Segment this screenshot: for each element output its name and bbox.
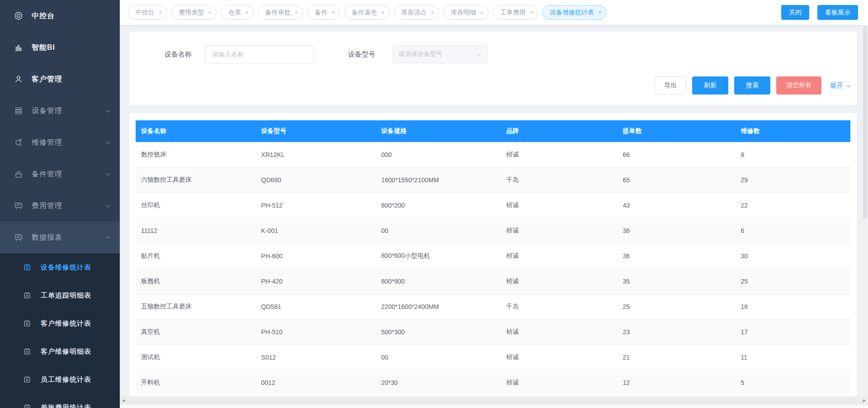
tab-console[interactable]: 中控台× — [128, 5, 167, 20]
cell-order-count: 43 — [618, 193, 736, 218]
cell-device-spec: 2200*1600*2400MM — [376, 294, 501, 319]
chevron-down-icon — [106, 203, 111, 208]
filter-panel: 设备名称 设备型号 请选择设备型号 导出 刷新 搜索 清空所有 展开 — [129, 32, 857, 105]
tab-label: 备件 — [315, 9, 327, 17]
tab-device-repair-stats[interactable]: 设备维修统计表× — [542, 5, 607, 20]
table-panel: 设备名称 设备型号 设备规格 品牌 提单数 维修数 数控铣床XR12KL000桢… — [129, 113, 857, 396]
clear-all-button[interactable]: 清空所有 — [776, 76, 821, 95]
tab-stock-check[interactable]: 库存清点× — [394, 5, 439, 20]
cell-device-name: 丝印机 — [136, 193, 256, 218]
vertical-scrollbar-thumb[interactable] — [863, 26, 867, 219]
sidebar-item-label: 备件管理 — [32, 170, 62, 179]
tab-stock-detail[interactable]: 库存明细× — [443, 5, 489, 20]
device-model-select[interactable]: 请选择设备型号 — [392, 45, 487, 63]
sidebar-item-repair[interactable]: 维修管理 — [0, 127, 120, 158]
notebook-icon — [23, 263, 32, 272]
device-model-label: 设备型号 — [347, 50, 375, 59]
search-button[interactable]: 搜索 — [734, 76, 770, 95]
scroll-left-icon[interactable]: ◂ — [122, 398, 125, 403]
cell-device-spec: 00 — [376, 218, 501, 243]
sidebar-item-label: 设备管理 — [32, 106, 62, 116]
board-display-button[interactable]: 看板展示 — [817, 5, 858, 20]
cell-repair-count: 22 — [735, 193, 850, 218]
cell-device-spec: 800*600小型电机 — [376, 243, 501, 269]
table-row: 11112K-00100桢诚386 — [136, 218, 850, 243]
topbar-actions: 关闭 看板展示 — [781, 5, 858, 20]
vertical-scrollbar[interactable] — [862, 25, 868, 396]
main-area: 中控台× 费用类型× 仓库× 备件审批× 备件× 备件返仓× 库存清点× 库存明… — [120, 0, 868, 408]
notebook-icon — [23, 347, 32, 356]
chevron-down-icon — [106, 108, 111, 113]
submenu-item-workorder-trace[interactable]: 工单追踪明细表 — [0, 281, 120, 309]
cell-device-model: PH-600 — [256, 243, 376, 269]
submenu-item-employee-repair-stats[interactable]: 员工维修统计表 — [0, 365, 120, 394]
cell-device-name: 11112 — [136, 218, 256, 243]
equipment-icon — [14, 106, 24, 116]
tab-spare-approval[interactable]: 备件审批× — [258, 5, 303, 20]
tab-close-icon[interactable]: × — [245, 9, 249, 15]
tab-warehouse[interactable]: 仓库× — [221, 5, 254, 20]
cell-order-count: 21 — [618, 345, 736, 370]
repair-icon — [14, 138, 24, 147]
tab-close-icon[interactable]: × — [208, 9, 212, 15]
sidebar-item-console[interactable]: 中控台 — [0, 0, 120, 32]
sidebar-item-label: 智能BI — [32, 43, 55, 52]
cell-order-count: 66 — [618, 142, 736, 167]
expand-toggle[interactable]: 展开 — [830, 81, 850, 90]
sidebar-item-spare-parts[interactable]: 备件管理 — [0, 158, 120, 190]
cell-order-count: 38 — [618, 218, 736, 243]
table-row: 六轴数控工具磨床QD6801600*1550*2100MM千岛6529 — [136, 167, 850, 193]
refresh-button[interactable]: 刷新 — [692, 76, 728, 95]
tab-close-icon[interactable]: × — [331, 9, 335, 15]
tab-spare-parts[interactable]: 备件× — [307, 5, 340, 20]
column-header-device-name: 设备名称 — [136, 120, 256, 142]
cell-brand: 桢诚 — [501, 218, 618, 243]
close-button[interactable]: 关闭 — [781, 5, 809, 20]
tab-bar: 中控台× 费用类型× 仓库× 备件审批× 备件× 备件返仓× 库存清点× 库存明… — [128, 5, 781, 20]
tab-close-icon[interactable]: × — [295, 9, 298, 15]
horizontal-scrollbar[interactable]: ◂ ▸ — [120, 396, 868, 404]
export-button[interactable]: 导出 — [655, 76, 686, 95]
notebook-icon — [23, 375, 32, 384]
tab-close-icon[interactable]: × — [480, 9, 484, 15]
cell-repair-count: 25 — [735, 269, 850, 294]
spare-parts-icon — [14, 169, 24, 179]
sidebar-item-expense[interactable]: 费用管理 — [0, 190, 120, 222]
tab-close-icon[interactable]: × — [530, 9, 533, 15]
device-name-input[interactable] — [205, 45, 314, 63]
cell-brand: 桢诚 — [501, 269, 618, 294]
cell-device-spec: 800*900 — [376, 269, 501, 294]
cell-repair-count: 16 — [735, 294, 850, 319]
filter-form-row: 设备名称 设备型号 请选择设备型号 — [129, 45, 857, 63]
sidebar-item-equipment[interactable]: 设备管理 — [0, 95, 120, 127]
tab-spare-return[interactable]: 备件返仓× — [344, 5, 390, 20]
submenu-item-travel-expense-stats[interactable]: 差旅费用统计表 — [0, 394, 120, 408]
submenu-item-device-repair-stats[interactable]: 设备维修统计表 — [0, 253, 120, 281]
chevron-down-icon — [846, 83, 851, 87]
tab-close-icon[interactable]: × — [598, 9, 602, 15]
cell-repair-count: 30 — [735, 243, 850, 269]
sidebar-item-customers[interactable]: 客户管理 — [0, 63, 120, 95]
sidebar-item-bi[interactable]: 智能BI — [0, 32, 120, 63]
cell-device-spec: 000 — [376, 142, 501, 167]
submenu-item-customer-repair-detail[interactable]: 客户维修明细表 — [0, 337, 120, 365]
sidebar-item-label: 数据报表 — [32, 233, 62, 242]
tab-expense-type[interactable]: 费用类型× — [171, 5, 217, 20]
sidebar: 中控台 智能BI 客户管理 设备管理 维修管理 — [0, 0, 120, 408]
tab-close-icon[interactable]: × — [159, 9, 162, 15]
cell-device-spec: 20*30 — [376, 370, 501, 395]
cell-repair-count: 11 — [735, 345, 850, 370]
cell-brand: 千岛 — [501, 294, 618, 319]
tab-close-icon[interactable]: × — [381, 9, 385, 15]
cell-repair-count: 6 — [735, 218, 850, 243]
tab-close-icon[interactable]: × — [431, 9, 434, 15]
scroll-right-icon[interactable]: ▸ — [863, 398, 866, 403]
cell-device-spec: 800*200 — [376, 193, 501, 218]
tab-workorder-cost[interactable]: 工单费用× — [493, 5, 538, 20]
submenu-item-customer-repair-stats[interactable]: 客户维修统计表 — [0, 309, 120, 337]
cell-brand: 桢诚 — [501, 243, 618, 269]
tab-label: 中控台 — [136, 9, 155, 17]
sidebar-item-reports[interactable]: 数据报表 — [0, 222, 120, 253]
cell-order-count: 65 — [618, 167, 736, 193]
table-row: 测试机S01200桢诚2111 — [136, 345, 850, 370]
